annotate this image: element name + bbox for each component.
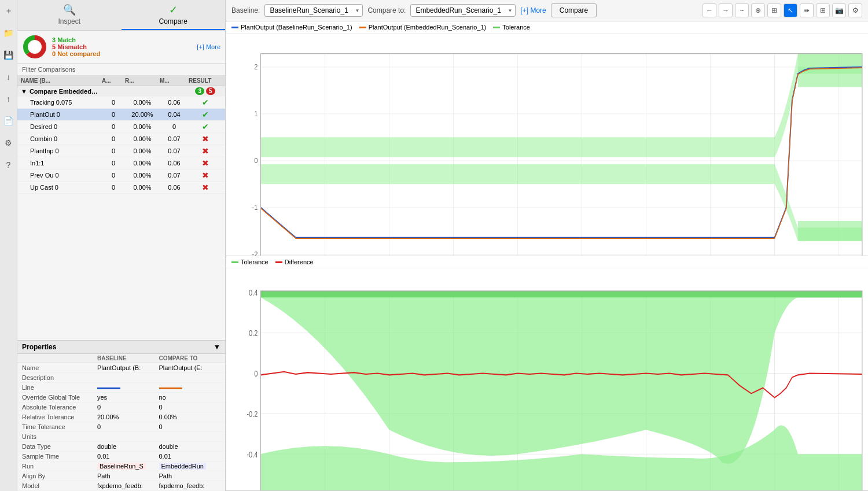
table-row[interactable]: PlantOut 0 0 20.00% 0.04 ✔ (17, 109, 225, 121)
prop-label-sampletime: Sample Time (22, 453, 97, 460)
select-tool-button[interactable]: ↖ (784, 3, 797, 17)
row-name: Combin 0 (21, 135, 102, 142)
document-icon[interactable]: 📄 (2, 115, 15, 127)
more-link[interactable]: [+] More (520, 6, 546, 14)
prop-val-model-baseline: fxpdemo_feedb: (97, 482, 159, 489)
camera-button[interactable]: 📷 (832, 3, 846, 17)
download-icon[interactable]: ↓ (2, 71, 15, 83)
prop-label-line: Line (22, 384, 97, 391)
table-row[interactable]: Up Cast 0 0 0.00% 0.06 ✖ (17, 182, 225, 194)
legend-label-baseline: PlantOutput (BaselineRun_Scenario_1) (241, 24, 352, 31)
summary-row: 3 Match 5 Mismatch 0 Not compared [+] Mo… (17, 31, 225, 64)
legend-item-tolerance2: Tolerance (231, 259, 269, 265)
row-result: ✔ (189, 122, 222, 131)
prop-label-alignby: Align By (22, 472, 97, 479)
summary-labels: 3 Match 5 Mismatch 0 Not compared (52, 36, 192, 57)
prop-label-datatype: Data Type (22, 443, 97, 450)
prop-row-abstol: Absolute Tolerance 0 0 (17, 403, 225, 412)
compare-button[interactable]: Compare (551, 3, 597, 17)
tabs: 🔍 Inspect ✓ Compare (17, 0, 225, 31)
prop-val-line-baseline (97, 384, 159, 391)
table-row[interactable]: Prev Ou 0 0 0.00% 0.07 ✖ (17, 169, 225, 182)
table-row[interactable]: Desired 0 0 0.00% 0 ✔ (17, 121, 225, 133)
prop-row-description: Description (17, 373, 225, 383)
row-max: 0.07 (160, 172, 189, 179)
legend-label-tolerance: Tolerance (502, 24, 530, 31)
comparison-table: NAME (B... A... R... M... RESULT ▼Compar… (17, 76, 225, 340)
row-rel: 0.00% (125, 147, 160, 154)
nav-forward-button[interactable]: → (719, 3, 733, 17)
compare-icon: ✓ (169, 3, 178, 16)
prop-val-reltol-compare: 0.00% (159, 414, 221, 420)
table-row[interactable]: Combin 0 0 0.00% 0.07 ✖ (17, 133, 225, 145)
prop-val-datatype-compare: double (159, 443, 221, 450)
row-rel: 0.00% (125, 99, 160, 106)
svg-text:-2: -2 (252, 250, 258, 256)
legend-item-difference: Difference (275, 259, 314, 265)
prop-val-model-compare: fxpdemo_feedb: (159, 482, 221, 489)
mismatch-count: 5 Mismatch (52, 43, 192, 50)
row-rel: 0.00% (125, 135, 160, 142)
svg-text:0.4: 0.4 (249, 288, 258, 298)
fit-button[interactable]: ⊞ (816, 3, 830, 17)
group-result: 3 5 (189, 87, 222, 95)
row-name: In1:1 (21, 160, 102, 167)
prop-label-timetol: Time Tolerance (22, 423, 97, 430)
row-max: 0.07 (160, 147, 189, 154)
nav-back-button[interactable]: ← (703, 3, 716, 17)
compareto-label: Compare to: (367, 6, 406, 14)
properties-collapse-icon[interactable]: ▼ (214, 343, 220, 351)
grid-tool-button[interactable]: ⊞ (767, 3, 781, 17)
group-header-row[interactable]: ▼Compare EmbeddedRun_Scena... 3 5 (17, 86, 225, 97)
table-row[interactable]: PlantInp 0 0 0.00% 0.07 ✖ (17, 145, 225, 157)
legend-color-red (275, 261, 282, 263)
prop-val-run-compare: EmbeddedRun (159, 463, 221, 470)
svg-text:0: 0 (254, 157, 258, 165)
save-icon[interactable]: 💾 (2, 49, 15, 61)
top-toolbar: Baseline: BaselineRun_Scenario_1 Compare… (226, 0, 868, 21)
prop-header-label (22, 355, 97, 361)
settings-icon[interactable]: ⚙ (2, 136, 15, 149)
svg-point-3 (29, 41, 41, 53)
table-row[interactable]: In1:1 0 0.00% 0.06 ✖ (17, 157, 225, 169)
svg-text:-1: -1 (252, 204, 258, 212)
tab-inspect[interactable]: 🔍 Inspect (17, 0, 122, 30)
chart-toolbar: ← → ~ ⊕ ⊞ ↖ ➠ ⊞ 📷 ⚙ (703, 3, 862, 17)
table-row[interactable]: Tracking 0.075 0 0.00% 0.06 ✔ (17, 97, 225, 109)
baseline-dropdown[interactable]: BaselineRun_Scenario_1 (264, 4, 363, 17)
legend-label-difference: Difference (285, 259, 314, 265)
compareto-dropdown[interactable]: EmbeddedRun_Scenario_1 (410, 4, 516, 17)
row-abs: 0 (102, 99, 125, 106)
folder-icon[interactable]: 📁 (2, 27, 15, 39)
tab-inspect-label: Inspect (58, 17, 80, 25)
legend-color-orange (359, 27, 366, 28)
upload-icon[interactable]: ↑ (2, 93, 15, 105)
prop-val-alignby-baseline: Path (97, 472, 159, 479)
svg-text:2: 2 (254, 63, 258, 72)
prop-label-abstol: Absolute Tolerance (22, 404, 97, 411)
prop-row-units: Units (17, 432, 225, 442)
settings-button[interactable]: ⚙ (848, 3, 862, 17)
expand-button[interactable]: ➠ (800, 3, 814, 17)
row-name: Up Cast 0 (21, 184, 102, 191)
tab-compare[interactable]: ✓ Compare (122, 0, 226, 30)
add-tool-icon[interactable]: ＋ (2, 5, 15, 17)
prop-label-name: Name (22, 364, 97, 371)
prop-label-run: Run (22, 463, 97, 470)
help-icon[interactable]: ? (2, 158, 15, 171)
zoom-tool-button[interactable]: ~ (735, 3, 749, 17)
properties-title: Properties (22, 343, 56, 351)
chart2-legend: Tolerance Difference (226, 256, 868, 268)
chart1-container: PlantOutput (BaselineRun_Scenario_1) Pla… (226, 21, 868, 256)
baseline-label: Baseline: (231, 6, 260, 14)
prop-val-timetol-compare: 0 (159, 423, 221, 430)
row-result: ✖ (189, 171, 222, 180)
row-name: Desired 0 (21, 123, 102, 130)
prop-row-datatype: Data Type double double (17, 442, 225, 452)
prop-row-reltol: Relative Tolerance 20.00% 0.00% (17, 412, 225, 422)
svg-text:0.2: 0.2 (249, 328, 258, 338)
pan-tool-button[interactable]: ⊕ (751, 3, 765, 17)
chart1-legend: PlantOutput (BaselineRun_Scenario_1) Pla… (226, 21, 868, 34)
prop-row-line: Line (17, 383, 225, 393)
summary-more-button[interactable]: [+] More (197, 43, 220, 50)
